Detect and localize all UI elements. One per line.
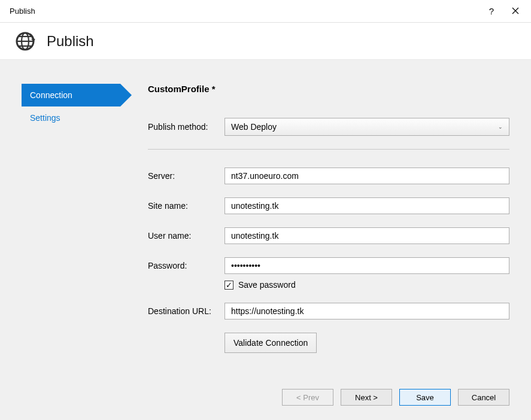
sidebar-item-connection[interactable]: Connection (22, 84, 120, 106)
titlebar-controls: ? (489, 6, 523, 16)
sitename-input[interactable] (224, 197, 509, 214)
content-area: Connection Settings CustomProfile * Publ… (0, 60, 531, 420)
desturl-label: Destination URL: (148, 306, 224, 316)
sidebar: Connection Settings (22, 84, 138, 420)
server-row: Server: (148, 168, 509, 184)
publish-globe-icon (14, 31, 36, 52)
sitename-label: Site name: (148, 201, 224, 211)
save-password-row: ✓ Save password (224, 280, 509, 290)
validate-row: Validate Connection (224, 333, 509, 353)
sidebar-item-label: Settings (30, 113, 60, 123)
page-title: Publish (47, 33, 94, 50)
save-password-checkbox[interactable]: ✓ (224, 281, 233, 290)
close-icon[interactable] (508, 6, 523, 16)
password-label: Password: (148, 261, 224, 270)
publish-method-select[interactable]: Web Deploy ⌄ (224, 118, 509, 136)
next-button[interactable]: Next > (341, 389, 392, 406)
password-row: Password: (148, 257, 509, 274)
window-title: Publish (8, 7, 35, 16)
server-label: Server: (148, 171, 224, 181)
help-icon[interactable]: ? (489, 6, 494, 16)
publish-method-row: Publish method: Web Deploy ⌄ (148, 118, 509, 136)
publish-method-value: Web Deploy (231, 122, 277, 132)
chevron-down-icon: ⌄ (498, 124, 503, 130)
username-label: User name: (148, 231, 224, 241)
server-input[interactable] (224, 168, 509, 184)
divider (148, 149, 509, 150)
profile-title: CustomProfile * (148, 84, 509, 94)
sidebar-item-settings[interactable]: Settings (22, 106, 138, 129)
header: Publish (0, 23, 531, 60)
sidebar-item-label: Connection (30, 90, 72, 100)
publish-method-label: Publish method: (148, 122, 224, 132)
validate-connection-button[interactable]: Validate Connection (224, 333, 317, 353)
footer-buttons: < Prev Next > Save Cancel (282, 389, 509, 406)
sitename-row: Site name: (148, 197, 509, 214)
titlebar: Publish ? (0, 0, 531, 23)
password-input[interactable] (224, 257, 509, 274)
save-password-label[interactable]: Save password (238, 280, 296, 290)
save-button[interactable]: Save (399, 389, 451, 406)
prev-button: < Prev (282, 389, 333, 406)
main-panel: CustomProfile * Publish method: Web Depl… (138, 84, 509, 420)
desturl-row: Destination URL: (148, 303, 509, 319)
cancel-button[interactable]: Cancel (458, 389, 509, 406)
desturl-input[interactable] (224, 303, 509, 319)
username-row: User name: (148, 227, 509, 244)
username-input[interactable] (224, 227, 509, 244)
